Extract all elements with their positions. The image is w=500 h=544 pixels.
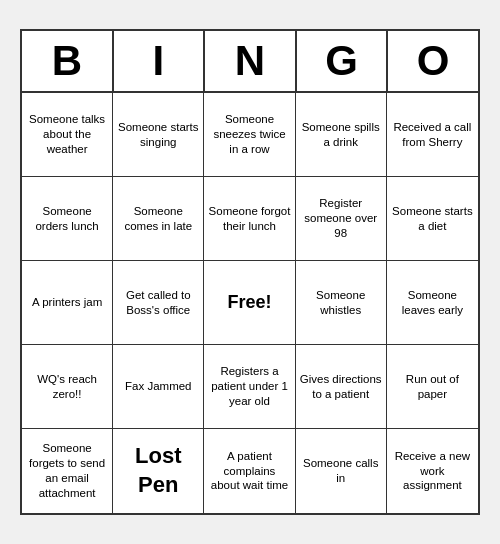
bingo-card: BINGO Someone talks about the weatherSom…	[20, 29, 480, 515]
bingo-cell-2[interactable]: Someone sneezes twice in a row	[204, 93, 295, 177]
bingo-cell-10[interactable]: A printers jam	[22, 261, 113, 345]
bingo-cell-14[interactable]: Someone leaves early	[387, 261, 478, 345]
bingo-cell-8[interactable]: Register someone over 98	[296, 177, 387, 261]
bingo-letter-g: G	[297, 31, 389, 93]
bingo-cell-20[interactable]: Someone forgets to send an email attachm…	[22, 429, 113, 513]
bingo-cell-19[interactable]: Run out of paper	[387, 345, 478, 429]
bingo-letter-o: O	[388, 31, 478, 93]
bingo-cell-15[interactable]: WQ's reach zero!!	[22, 345, 113, 429]
bingo-cell-18[interactable]: Gives directions to a patient	[296, 345, 387, 429]
bingo-header: BINGO	[22, 31, 478, 93]
bingo-cell-24[interactable]: Receive a new work assignment	[387, 429, 478, 513]
bingo-cell-11[interactable]: Get called to Boss's office	[113, 261, 204, 345]
bingo-cell-13[interactable]: Someone whistles	[296, 261, 387, 345]
bingo-cell-4[interactable]: Received a call from Sherry	[387, 93, 478, 177]
bingo-cell-17[interactable]: Registers a patient under 1 year old	[204, 345, 295, 429]
bingo-cell-23[interactable]: Someone calls in	[296, 429, 387, 513]
bingo-cell-22[interactable]: A patient complains about wait time	[204, 429, 295, 513]
bingo-cell-21[interactable]: Lost Pen	[113, 429, 204, 513]
bingo-cell-1[interactable]: Someone starts singing	[113, 93, 204, 177]
bingo-cell-6[interactable]: Someone comes in late	[113, 177, 204, 261]
bingo-cell-12[interactable]: Free!	[204, 261, 295, 345]
bingo-grid: Someone talks about the weatherSomeone s…	[22, 93, 478, 513]
bingo-letter-n: N	[205, 31, 297, 93]
bingo-cell-7[interactable]: Someone forgot their lunch	[204, 177, 295, 261]
bingo-letter-i: I	[114, 31, 206, 93]
bingo-cell-0[interactable]: Someone talks about the weather	[22, 93, 113, 177]
bingo-cell-3[interactable]: Someone spills a drink	[296, 93, 387, 177]
bingo-cell-9[interactable]: Someone starts a diet	[387, 177, 478, 261]
bingo-letter-b: B	[22, 31, 114, 93]
bingo-cell-5[interactable]: Someone orders lunch	[22, 177, 113, 261]
bingo-cell-16[interactable]: Fax Jammed	[113, 345, 204, 429]
